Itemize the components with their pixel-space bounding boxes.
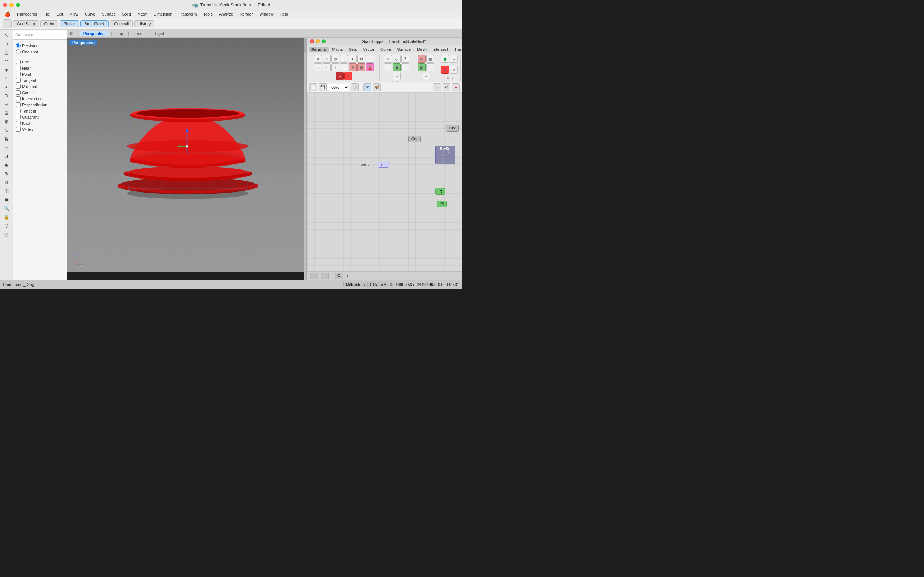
menu-solid[interactable]: Solid bbox=[119, 11, 134, 17]
curve-tool[interactable]: △ bbox=[2, 48, 11, 56]
geo-icon-special2[interactable]: ▦ bbox=[357, 63, 365, 71]
geo-icon-special1[interactable]: ⊞ bbox=[349, 63, 357, 71]
util-icon-arrow[interactable]: → bbox=[450, 55, 458, 63]
edit-tool[interactable]: ⊟ bbox=[2, 109, 11, 117]
input-icon-1[interactable]: ⊞ bbox=[418, 55, 426, 63]
gh-bake-button[interactable]: 🦋 bbox=[373, 83, 381, 91]
menu-help[interactable]: Help bbox=[277, 11, 291, 17]
gumball-button[interactable]: Gumball bbox=[110, 20, 133, 27]
tab-right[interactable]: Right bbox=[151, 31, 168, 36]
geo-icon-text[interactable]: T bbox=[340, 63, 348, 71]
gh-tab-intersect[interactable]: Intersect bbox=[430, 47, 451, 52]
menu-transform[interactable]: Transform bbox=[176, 11, 200, 17]
select-tool[interactable]: ↖ bbox=[2, 31, 11, 39]
smarttrack-button[interactable]: SmartTrack bbox=[81, 20, 109, 27]
history-button[interactable]: History bbox=[134, 20, 155, 27]
menu-rhinoceros[interactable]: Rhinoceros bbox=[14, 11, 40, 17]
util-icon-red[interactable]: ● bbox=[441, 66, 449, 74]
surface-tool[interactable]: ◈ bbox=[2, 66, 11, 74]
splitter-thumb[interactable] bbox=[304, 38, 307, 53]
gh-canvas[interactable]: Crv Crv RevSrf PASD S bbox=[307, 92, 462, 271]
extra-tool3[interactable]: ◫ bbox=[2, 187, 11, 195]
geo-icon-arrow[interactable]: → bbox=[336, 72, 344, 80]
extra-tool6[interactable]: 🔒 bbox=[2, 213, 11, 221]
gh-settings[interactable]: ⚙ bbox=[335, 272, 343, 279]
extra-tool8[interactable]: ◎ bbox=[2, 230, 11, 238]
prim-icon-arrow[interactable]: → bbox=[401, 63, 409, 71]
gh-save-button[interactable]: 💾 bbox=[319, 83, 327, 91]
tab-perspective[interactable]: Perspective bbox=[80, 31, 109, 36]
snap-center[interactable]: Center bbox=[13, 89, 67, 95]
gh-tab-curve[interactable]: Curve bbox=[378, 47, 394, 52]
gh-node-num-input[interactable]: ◇3 bbox=[378, 161, 389, 168]
close-button[interactable] bbox=[3, 3, 7, 7]
menu-window[interactable]: Window bbox=[256, 11, 276, 17]
geo-icon-gear[interactable]: ⚙ bbox=[357, 55, 365, 63]
analyze-tool[interactable]: ⊠ bbox=[2, 118, 11, 126]
tab-top[interactable]: Top bbox=[113, 31, 127, 36]
planar-button[interactable]: Planar bbox=[60, 20, 79, 27]
snap-point[interactable]: Point bbox=[13, 71, 67, 77]
menu-surface[interactable]: Surface bbox=[99, 11, 118, 17]
gh-new-button[interactable]: 📄 bbox=[309, 83, 317, 91]
geo-icon-pink[interactable]: 🍒 bbox=[366, 63, 374, 71]
apple-menu[interactable]: 🍎 bbox=[2, 10, 13, 18]
snap-perpendicular[interactable]: Perpendicular bbox=[13, 102, 67, 108]
transform-tool[interactable]: ⊞ bbox=[2, 100, 11, 108]
point-tool[interactable]: ⊙ bbox=[2, 40, 11, 48]
gumball-svg[interactable] bbox=[176, 127, 198, 159]
gh-maximize-button[interactable] bbox=[321, 39, 326, 43]
layout-tool[interactable]: ⊿ bbox=[2, 152, 11, 160]
geo-icon-point[interactable]: · bbox=[323, 63, 331, 71]
gh-zoom-select[interactable]: 66% 100% 50% 75% bbox=[328, 84, 349, 91]
menu-analyze[interactable]: Analyze bbox=[216, 11, 236, 17]
prim-icon-arrow2[interactable]: → bbox=[393, 72, 401, 80]
snap-intersection[interactable]: Intersection bbox=[13, 95, 67, 102]
prim-icon-t[interactable]: T bbox=[384, 63, 392, 71]
sidebar-toggle[interactable]: ≡ bbox=[3, 19, 11, 28]
gh-node-revsrf[interactable]: RevSrf PASD S bbox=[435, 146, 455, 164]
input-icon-4[interactable]: → bbox=[422, 72, 430, 80]
geo-icon-num[interactable]: 7 bbox=[331, 63, 339, 71]
gh-close-button[interactable] bbox=[310, 39, 314, 43]
gh-tab-sets[interactable]: Sets bbox=[346, 47, 360, 52]
input-icon-2[interactable]: ▦ bbox=[426, 55, 434, 63]
extra-tool4[interactable]: ▣ bbox=[2, 195, 11, 203]
gh-tab-mesh[interactable]: Mesh bbox=[414, 47, 430, 52]
snap-midpoint[interactable]: Midpoint bbox=[13, 83, 67, 89]
solid-tool[interactable]: ⌖ bbox=[2, 74, 11, 82]
gh-node-crv1[interactable]: Crv bbox=[408, 135, 421, 142]
splitter[interactable]: ... bbox=[304, 37, 307, 280]
gh-tab-surface[interactable]: Surface bbox=[394, 47, 414, 52]
command-input-area[interactable]: Command bbox=[13, 29, 67, 40]
gh-tab-vector[interactable]: Vector bbox=[360, 47, 377, 52]
gh-tab-maths[interactable]: Maths bbox=[329, 47, 346, 52]
gh-window-controls[interactable] bbox=[310, 39, 326, 43]
input-icon-green[interactable]: ▣ bbox=[418, 63, 426, 71]
input-icon-3[interactable]: → bbox=[426, 63, 434, 71]
extra-tool2[interactable]: ⊛ bbox=[2, 178, 11, 186]
viewport-grid-icon[interactable]: ⊞ bbox=[70, 31, 74, 36]
osnap-tool[interactable]: ⌘ bbox=[2, 135, 11, 143]
menu-view[interactable]: View bbox=[67, 11, 81, 17]
menu-dimension[interactable]: Dimension bbox=[151, 11, 175, 17]
gh-zoom-in[interactable]: + bbox=[310, 272, 318, 279]
gh-preview-button[interactable]: 👁 bbox=[363, 83, 372, 91]
prim-icon-7[interactable]: 7 bbox=[401, 55, 409, 63]
geo-icon-sphere[interactable]: ● bbox=[349, 55, 357, 63]
extra-tool5[interactable]: 🔍 bbox=[2, 204, 11, 212]
mesh-tool[interactable]: ✦ bbox=[2, 83, 11, 91]
extra-tool1[interactable]: ⊚ bbox=[2, 169, 11, 177]
gh-wire-button[interactable]: ⊘ bbox=[443, 83, 451, 91]
cplane-selector[interactable]: CPlane ▼ bbox=[367, 282, 389, 287]
menu-curve[interactable]: Curve bbox=[82, 11, 98, 17]
geo-icon-square[interactable]: □ bbox=[366, 55, 374, 63]
one-shot-radio[interactable]: One shot bbox=[16, 49, 64, 55]
geo-icon-circle[interactable]: ○ bbox=[323, 55, 331, 63]
gh-node-pt2[interactable]: Pt bbox=[437, 200, 447, 207]
geo-icon-curve[interactable]: ∿ bbox=[314, 63, 322, 71]
geo-icon-cherry[interactable]: ● bbox=[344, 72, 352, 80]
snap-vertex[interactable]: Vertex bbox=[13, 126, 67, 132]
units-selector[interactable]: Millimeters bbox=[343, 282, 367, 287]
extra-tool7[interactable]: ⬡ bbox=[2, 221, 11, 229]
